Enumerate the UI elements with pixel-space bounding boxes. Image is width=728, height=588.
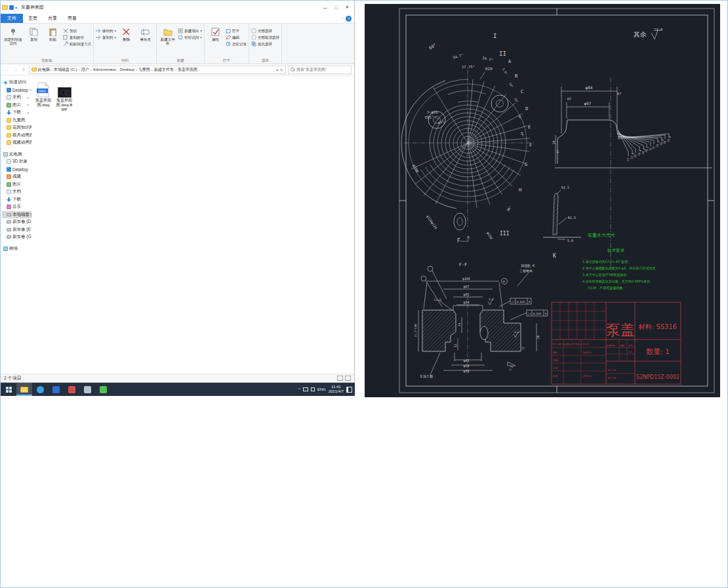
monitor-icon[interactable] [303,387,308,391]
tab-home[interactable]: 主页 [23,14,43,23]
taskbar-item-explorer[interactable] [16,383,32,396]
sidebar-item-this-pc[interactable]: 此电脑 [2,151,31,159]
sidebar-item-network[interactable]: 网络 [2,245,31,253]
sidebar-item-downloads-pc[interactable]: 下载 [2,196,31,204]
svg-text:E: E [528,125,531,130]
breadcrumb-segment[interactable]: 新建文件夹 [154,67,174,73]
new-folder-icon [163,27,172,37]
sidebar-item-folder[interactable]: 模具动画图 [2,132,31,140]
breadcrumb[interactable]: 此电脑› 本地磁盘 (C:)› 用户› Administrator› Deskt… [29,66,286,74]
up-icon[interactable]: ↑ [20,67,27,73]
taskbar-item-app-red[interactable] [64,383,79,396]
sidebar-item-folder[interactable]: 九重图 [2,117,31,125]
breadcrumb-segment[interactable]: Desktop [120,68,134,71]
tab-view[interactable]: 查看 [62,14,82,23]
volume-icon[interactable] [311,387,315,391]
titlebar: ▾ 泵盖界面图 — □ ✕ [1,1,354,14]
taskbar-item-app-gray[interactable] [79,383,95,396]
sidebar-item-documents[interactable]: 文档✦ [2,94,31,102]
cut-button[interactable]: 剪切 [63,28,91,33]
open-icon [226,28,231,33]
ribbon-collapse-icon[interactable]: ˆ [342,17,343,22]
breadcrumb-segment[interactable]: 此电脑 [38,67,50,73]
easy-access-button[interactable]: 轻松访问▾ [178,35,202,40]
sidebar-item-documents-pc[interactable]: 文档 [2,188,31,196]
new-item-button[interactable]: 新建项目▾ [178,28,202,33]
tray-chevron-icon[interactable]: ^ [298,387,300,391]
select-none-button[interactable]: 全部取消选择 [251,35,279,40]
address-dropdown-icon[interactable]: ▾ [276,68,278,72]
search-input[interactable] [296,68,349,71]
copy-to-button[interactable]: 复制到▾ [96,35,116,40]
breadcrumb-segment[interactable]: 九重图 [138,67,150,73]
copy-path-button[interactable]: 复制路径 [63,35,91,40]
search-icon [291,68,294,71]
delete-button[interactable]: 删除 [117,26,135,41]
sidebar-item-drive-c[interactable]: 本地磁盘 (C:) [2,211,31,219]
taskbar-item-app-blue[interactable] [48,383,64,396]
select-all-button[interactable]: 全部选择 [251,28,279,33]
svg-text:3.2: 3.2 [514,330,519,334]
sidebar-item-drive-e[interactable]: 新加卷 (E:) [2,226,31,234]
pin-icon [9,27,18,37]
breadcrumb-segment[interactable]: Administrator [93,68,116,71]
close-button[interactable]: ✕ [342,2,353,12]
refresh-icon[interactable]: ↻ [280,68,283,72]
sidebar-item-folder[interactable]: 视频动画图 [2,139,31,147]
edit-button[interactable]: 编辑 [226,35,247,40]
breadcrumb-segment[interactable]: 本地磁盘 (C:) [54,67,77,73]
sidebar-item-drive-g[interactable]: 新加卷 (G:) [2,233,31,241]
sidebar-item-music[interactable]: 音乐 [2,203,31,211]
svg-text:φ67: φ67 [463,284,469,289]
thumbnail-view-icon[interactable] [345,376,351,381]
cut-icon [63,28,68,33]
clock[interactable]: 11:41 2021/4/7 [329,385,344,394]
sidebar-item-3d-objects[interactable]: 3D 对象 [2,158,31,166]
back-icon[interactable]: ← [3,67,10,73]
move-to-button[interactable]: 移动到▾ [96,28,116,33]
open-button[interactable]: 打开 [226,28,247,33]
forward-icon[interactable]: → [12,67,18,73]
paste-shortcut-button[interactable]: 粘贴快捷方式 [63,41,91,47]
sidebar-item-quick-access[interactable]: 快速访问 [2,79,31,87]
properties-button[interactable]: 属性 [207,26,224,41]
qat-dropdown-icon[interactable]: ▾ [15,5,17,10]
ribbon-group-organize: 移动到▾ 复制到▾ 删除 重命名 组织 [94,24,157,64]
sidebar-item-drive-d[interactable]: 新加卷 (D:) [2,218,31,226]
sidebar-item-pictures[interactable]: 图片✦ [2,102,31,109]
quick-access-toolbar[interactable]: ▾ [2,5,17,10]
sidebar-item-folder[interactable]: 花园知识网 [2,124,31,132]
breadcrumb-folder-icon [31,68,37,71]
search-box[interactable] [288,66,352,74]
sidebar-item-downloads[interactable]: 下载✦ [2,109,31,117]
breadcrumb-segment[interactable]: 泵盖界面图 [178,67,197,73]
taskbar-item-browser[interactable] [32,383,48,396]
sidebar-item-pictures-pc[interactable]: 图片 [2,181,31,189]
tab-file[interactable]: 文件 [1,14,23,23]
rename-button[interactable]: 重命名 [136,26,154,41]
action-center-icon[interactable] [346,387,352,393]
sidebar-item-videos[interactable]: 视频 [2,173,31,181]
taskbar-item-app-green[interactable] [95,383,111,396]
sidebar-item-desktop[interactable]: Desktop✦ [2,87,31,94]
svg-text:21.5°±30': 21.5°±30' [414,323,417,337]
new-folder-button[interactable]: 新建文件夹 [159,26,176,45]
history-button[interactable]: 历史记录 [226,41,247,47]
sidebar-item-desktop-pc[interactable]: Desktop [2,166,31,174]
paste-button[interactable]: 粘贴 [44,26,62,41]
copy-button[interactable]: 复制 [25,26,43,41]
tab-share[interactable]: 共享 [43,14,62,23]
qat-icon[interactable] [9,5,14,10]
minimize-button[interactable]: — [319,2,331,12]
file-item-dwg[interactable]: DWG 泵盖界面图.dwg [34,81,52,108]
start-button[interactable] [1,383,16,396]
input-language[interactable]: ENG [317,387,326,391]
invert-selection-button[interactable]: 反向选择 [251,41,279,47]
maximize-button[interactable]: □ [331,2,342,12]
move-to-icon [96,28,101,33]
file-item-bmp[interactable]: 泵盖界面图.dwg.BMP [55,81,73,112]
breadcrumb-segment[interactable]: 用户 [81,67,89,73]
help-icon[interactable]: ? [346,16,352,22]
pin-to-quick-access-button[interactable]: 固定到快速访问 [3,26,24,45]
details-view-icon[interactable] [337,376,343,381]
